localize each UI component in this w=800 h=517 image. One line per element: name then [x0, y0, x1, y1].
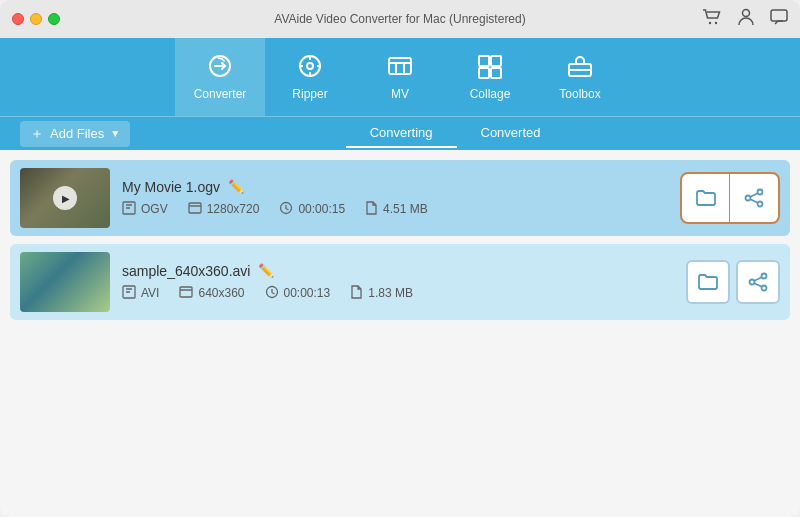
format-item-2: AVI — [122, 285, 159, 302]
nav-bar: Converter Ripper MV — [0, 38, 800, 116]
close-button[interactable] — [12, 13, 24, 25]
tab-converting[interactable]: Converting — [346, 119, 457, 148]
file-meta-2: AVI 640x360 — [122, 285, 674, 302]
open-folder-button-1[interactable] — [682, 174, 730, 222]
svg-rect-20 — [180, 287, 192, 297]
svg-point-18 — [758, 202, 763, 207]
row-actions-2 — [686, 260, 780, 304]
size-item-1: 4.51 MB — [365, 201, 428, 218]
nav-toolbox-label: Toolbox — [559, 87, 600, 101]
ripper-icon — [296, 53, 324, 83]
nav-collage[interactable]: Collage — [445, 38, 535, 116]
play-icon: ▶ — [62, 193, 70, 204]
format-icon-1 — [122, 201, 136, 218]
file-name-row-2: sample_640x360.avi ✏️ — [122, 263, 674, 279]
resolution-value-1: 1280x720 — [207, 202, 260, 216]
format-value-2: AVI — [141, 286, 159, 300]
title-bar-icons — [702, 8, 788, 30]
duration-item-2: 00:00:13 — [265, 285, 331, 302]
duration-value-1: 00:00:15 — [298, 202, 345, 216]
mv-icon — [386, 53, 414, 83]
svg-rect-3 — [771, 10, 787, 21]
format-item-1: OGV — [122, 201, 168, 218]
svg-point-22 — [762, 274, 767, 279]
size-value-1: 4.51 MB — [383, 202, 428, 216]
cart-icon[interactable] — [702, 9, 722, 29]
converter-icon — [206, 53, 234, 83]
svg-rect-8 — [479, 56, 489, 66]
title-bar: AVAide Video Converter for Mac (Unregist… — [0, 0, 800, 38]
nav-collage-label: Collage — [470, 87, 511, 101]
share-button-1[interactable] — [730, 174, 778, 222]
file-name-2: sample_640x360.avi — [122, 263, 250, 279]
file-icon-1 — [365, 201, 378, 218]
action-group-1 — [680, 172, 780, 224]
svg-point-24 — [762, 286, 767, 291]
toolbox-icon — [566, 53, 594, 83]
nav-ripper[interactable]: Ripper — [265, 38, 355, 116]
sub-tabs-bar: ＋ Add Files ▼ Converting Converted — [0, 116, 800, 150]
file-info-2: sample_640x360.avi ✏️ AVI — [122, 263, 674, 302]
resolution-item-1: 1280x720 — [188, 201, 260, 218]
svg-rect-10 — [479, 68, 489, 78]
plus-icon: ＋ — [30, 125, 44, 143]
resolution-icon-2 — [179, 285, 193, 302]
resolution-item-2: 640x360 — [179, 285, 244, 302]
svg-point-23 — [750, 280, 755, 285]
file-meta-1: OGV 1280x720 — [122, 201, 668, 218]
chat-icon[interactable] — [770, 9, 788, 29]
svg-rect-14 — [189, 203, 201, 213]
collage-icon — [476, 53, 504, 83]
clock-icon-1 — [279, 201, 293, 218]
file-name-row-1: My Movie 1.ogv ✏️ — [122, 179, 668, 195]
nav-ripper-label: Ripper — [292, 87, 327, 101]
svg-rect-11 — [491, 68, 501, 78]
file-row: ▶ My Movie 1.ogv ✏️ OGV — [10, 160, 790, 236]
duration-item-1: 00:00:15 — [279, 201, 345, 218]
tab-converted[interactable]: Converted — [457, 119, 565, 148]
size-value-2: 1.83 MB — [368, 286, 413, 300]
resolution-icon-1 — [188, 201, 202, 218]
action-group-2 — [686, 260, 780, 304]
traffic-lights — [12, 13, 60, 25]
file-name-1: My Movie 1.ogv — [122, 179, 220, 195]
edit-icon-2[interactable]: ✏️ — [258, 263, 274, 278]
thumbnail-2 — [20, 252, 110, 312]
share-button-2[interactable] — [736, 260, 780, 304]
maximize-button[interactable] — [48, 13, 60, 25]
svg-point-16 — [758, 190, 763, 195]
play-button-1[interactable]: ▶ — [53, 186, 77, 210]
thumbnail-1: ▶ — [20, 168, 110, 228]
file-info-1: My Movie 1.ogv ✏️ OGV — [122, 179, 668, 218]
duration-value-2: 00:00:13 — [284, 286, 331, 300]
svg-rect-7 — [389, 58, 411, 74]
svg-point-2 — [743, 10, 750, 17]
window-title: AVAide Video Converter for Mac (Unregist… — [274, 12, 525, 26]
nav-converter[interactable]: Converter — [175, 38, 265, 116]
sub-tabs: Converting Converted — [346, 119, 565, 148]
add-files-button[interactable]: ＋ Add Files ▼ — [20, 121, 130, 147]
resolution-value-2: 640x360 — [198, 286, 244, 300]
content-area: ▶ My Movie 1.ogv ✏️ OGV — [0, 150, 800, 517]
open-folder-button-2[interactable] — [686, 260, 730, 304]
minimize-button[interactable] — [30, 13, 42, 25]
nav-mv[interactable]: MV — [355, 38, 445, 116]
file-row-2: sample_640x360.avi ✏️ AVI — [10, 244, 790, 320]
row-actions-1 — [680, 172, 780, 224]
svg-point-1 — [715, 22, 717, 24]
add-files-label: Add Files — [50, 126, 104, 141]
dropdown-arrow-icon: ▼ — [110, 128, 120, 139]
nav-mv-label: MV — [391, 87, 409, 101]
user-icon[interactable] — [738, 8, 754, 30]
size-item-2: 1.83 MB — [350, 285, 413, 302]
svg-point-17 — [746, 196, 751, 201]
svg-point-6 — [307, 63, 313, 69]
svg-rect-9 — [491, 56, 501, 66]
nav-converter-label: Converter — [194, 87, 247, 101]
edit-icon-1[interactable]: ✏️ — [228, 179, 244, 194]
file-icon-2 — [350, 285, 363, 302]
format-icon-2 — [122, 285, 136, 302]
format-value-1: OGV — [141, 202, 168, 216]
svg-point-0 — [709, 22, 711, 24]
nav-toolbox[interactable]: Toolbox — [535, 38, 625, 116]
